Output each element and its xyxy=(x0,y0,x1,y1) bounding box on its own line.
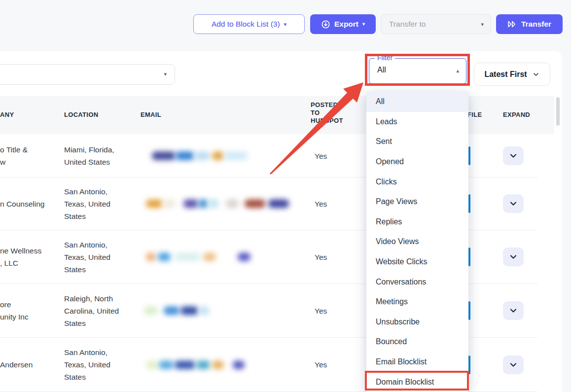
email-redacted-cell xyxy=(143,178,301,230)
filter-select-label: Filter xyxy=(375,54,395,62)
transfer-label: Transfer xyxy=(521,20,551,29)
redacted-email-blob xyxy=(212,360,224,369)
column-header-expand: EXPAND xyxy=(503,111,530,118)
email-redacted-cell xyxy=(143,230,301,284)
transfer-to-placeholder: Transfer to xyxy=(389,20,426,29)
filter-menu-item-opened[interactable]: Opened xyxy=(366,152,468,172)
filter-menu-item-domain-blocklist[interactable]: Domain Blocklist xyxy=(366,372,468,392)
filter-menu-item-page-views[interactable]: Page Views xyxy=(366,192,468,212)
chevron-down-icon xyxy=(508,252,518,262)
chevron-down-icon: ▾ xyxy=(284,22,287,27)
campaign-select[interactable]: ▾ xyxy=(0,64,175,85)
filter-menu-item-bounced[interactable]: Bounced xyxy=(366,332,468,352)
location-cell: Miami, Florida, United States xyxy=(64,135,127,177)
redacted-email-blob xyxy=(203,253,216,261)
chevron-down-icon xyxy=(508,306,518,316)
filter-menu-item-all[interactable]: All xyxy=(366,92,468,112)
chevron-down-icon xyxy=(508,360,518,370)
filter-menu-item-video-views[interactable]: Video Views xyxy=(366,232,468,252)
filter-menu-item-meetings[interactable]: Meetings xyxy=(366,292,468,312)
redacted-email-blob xyxy=(226,200,239,208)
redacted-email-blob xyxy=(159,360,174,369)
email-redacted-cell xyxy=(143,338,301,392)
profile-button-edge[interactable] xyxy=(468,248,470,266)
redacted-email-blob xyxy=(194,152,210,160)
column-header-location: LOCATION xyxy=(64,111,98,118)
expand-row-button[interactable] xyxy=(503,248,524,266)
location-cell: San Antonio, Texas, United States xyxy=(64,338,127,392)
app-screen: Add to Block List (3) ▾ Export ▾ Transfe… xyxy=(0,0,571,392)
expand-row-button[interactable] xyxy=(503,301,524,320)
email-redacted-cell xyxy=(143,135,301,177)
profile-button-edge[interactable] xyxy=(468,146,470,165)
filter-menu-item-leads[interactable]: Leads xyxy=(366,112,468,132)
redacted-email-blob xyxy=(176,152,194,160)
company-cell: o Title & w xyxy=(0,135,59,177)
expand-row-button[interactable] xyxy=(503,146,524,165)
filter-menu-item-website-clicks[interactable]: Website Clicks xyxy=(366,252,468,272)
chevron-down-icon: ▾ xyxy=(362,22,365,27)
chevron-down-icon xyxy=(532,71,540,78)
redacted-email-blob xyxy=(268,200,289,208)
column-header-profile: FILE xyxy=(467,111,482,118)
email-redacted-cell xyxy=(143,284,301,337)
sort-order-value: Latest First xyxy=(484,70,527,79)
filter-menu-item-sent[interactable]: Sent xyxy=(366,132,468,152)
filter-menu-item-clicks[interactable]: Clicks xyxy=(366,172,468,192)
redacted-email-blob xyxy=(146,200,163,208)
chevron-down-icon xyxy=(508,151,518,161)
filter-menu-item-email-blocklist[interactable]: Email Blocklist xyxy=(366,352,468,372)
posted-to-hubspot-cell: Yes xyxy=(315,230,327,284)
export-button[interactable]: Export ▾ xyxy=(310,14,376,34)
filter-select-value: All xyxy=(377,66,386,74)
filter-select[interactable]: Filter All ▴ xyxy=(369,58,466,84)
column-header-email: EMAIL xyxy=(141,111,161,118)
posted-to-hubspot-cell: Yes xyxy=(315,338,327,392)
posted-to-hubspot-cell: Yes xyxy=(315,178,327,230)
profile-button-edge[interactable] xyxy=(468,194,470,213)
column-header-company: ANY xyxy=(0,111,14,118)
redacted-email-blob xyxy=(158,253,171,261)
location-cell: San Antonio, Texas, United States xyxy=(64,178,127,230)
add-to-block-list-button[interactable]: Add to Block List (3) ▾ xyxy=(193,14,305,34)
filter-menu-item-unsubscribe[interactable]: Unsubscribe xyxy=(366,312,468,332)
profile-button-edge[interactable] xyxy=(468,356,470,374)
table-header-row: ANY LOCATION EMAIL POSTED TO HUBSPOT FIL… xyxy=(0,96,554,134)
posted-to-hubspot-cell: Yes xyxy=(315,284,327,337)
redacted-email-blob xyxy=(146,253,156,261)
add-to-block-list-label: Add to Block List (3) xyxy=(212,20,280,29)
redacted-email-blob xyxy=(224,152,248,160)
vertical-scrollbar[interactable] xyxy=(555,96,561,392)
redacted-email-blob xyxy=(180,307,198,315)
redacted-email-blob xyxy=(198,200,208,208)
transfer-to-select[interactable]: Transfer to ▾ xyxy=(381,14,491,34)
company-cell: n Counseling xyxy=(0,178,59,230)
company-cell: Andersen xyxy=(0,338,59,392)
transfer-button[interactable]: Transfer xyxy=(496,14,563,34)
scrollbar-thumb[interactable] xyxy=(556,97,560,126)
company-cell: ore unity Inc xyxy=(0,284,59,337)
redacted-email-blob xyxy=(146,360,158,369)
company-cell: ne Wellness , LLC xyxy=(0,230,59,284)
filter-menu-item-conversations[interactable]: Conversations xyxy=(366,272,468,292)
expand-row-button[interactable] xyxy=(503,356,524,374)
fast-forward-icon xyxy=(507,20,517,29)
redacted-email-blob xyxy=(212,152,224,160)
export-label: Export xyxy=(334,20,358,29)
redacted-email-blob xyxy=(144,307,158,315)
sort-order-select[interactable]: Latest First xyxy=(474,63,550,86)
redacted-email-blob xyxy=(245,200,265,208)
filter-dropdown-menu: AllLeadsSentOpenedClicksPage ViewsReplie… xyxy=(366,92,468,392)
column-header-posted-to-hubspot: POSTED TO HUBSPOT xyxy=(311,101,343,125)
filter-menu-item-replies[interactable]: Replies xyxy=(366,212,468,232)
profile-button-edge[interactable] xyxy=(468,301,470,320)
redacted-email-blob xyxy=(196,360,210,369)
redacted-email-blob xyxy=(163,200,176,208)
redacted-email-blob xyxy=(175,360,195,369)
redacted-email-blob xyxy=(233,360,245,369)
redacted-email-blob xyxy=(164,307,179,315)
expand-row-button[interactable] xyxy=(503,194,524,213)
chevron-down-icon xyxy=(508,199,518,209)
location-cell: Raleigh, North Carolina, United States xyxy=(64,284,127,337)
chevron-up-icon: ▴ xyxy=(456,68,459,74)
